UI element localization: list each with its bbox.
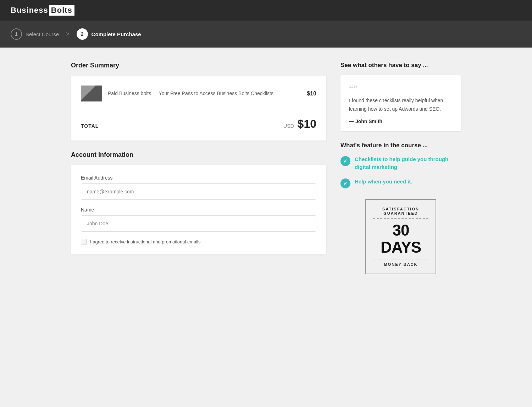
- testimonial-card: “” I found these checklists really helpf…: [340, 75, 461, 131]
- testimonial-author: — John Smith: [349, 119, 453, 124]
- name-form-group: Name: [81, 207, 316, 232]
- step-2: 2 Complete Purchase: [77, 28, 141, 40]
- total-currency: USD: [283, 123, 294, 129]
- testimonial-text: I found these checklists really helpful …: [349, 97, 453, 114]
- item-price: $10: [307, 90, 316, 97]
- logo-business: Business: [11, 6, 48, 15]
- feature-text-1: Checklists to help guide you through dig…: [355, 155, 461, 171]
- thumb-graphic: [81, 86, 102, 101]
- name-input[interactable]: [81, 215, 316, 232]
- checkbox-label: I agree to receive instructional and pro…: [90, 239, 200, 244]
- guarantee-divider-bottom: [373, 259, 428, 259]
- logo-bolts: Bolts: [49, 5, 74, 16]
- testimonial-section: See what others have to say ... “” I fou…: [340, 62, 461, 131]
- feature-item-1: Checklists to help guide you through dig…: [340, 155, 461, 171]
- guarantee-divider-top: [373, 218, 428, 219]
- total-amount: $10: [298, 117, 316, 131]
- left-column: Order Summary Paid Business bolts — Your…: [71, 62, 326, 274]
- feature-item-2: Help when you need it.: [340, 178, 461, 188]
- total-right: USD $10: [283, 117, 316, 131]
- step-1[interactable]: 1 Select Course: [11, 28, 59, 40]
- step-2-circle: 2: [77, 28, 88, 40]
- steps-bar: 1 Select Course > 2 Complete Purchase: [0, 21, 532, 48]
- testimonial-heading: See what others have to say ...: [340, 62, 461, 69]
- account-info-title: Account Information: [71, 151, 326, 159]
- promo-email-checkbox[interactable]: [81, 239, 87, 244]
- step-1-circle: 1: [11, 28, 22, 40]
- guarantee-days: 30 DAYS: [373, 222, 428, 256]
- name-label: Name: [81, 207, 316, 213]
- guarantee-bottom-text: MONEY BACK: [373, 262, 428, 266]
- course-thumbnail: [81, 86, 102, 101]
- email-input[interactable]: [81, 183, 316, 200]
- logo: BusinessBolts: [11, 5, 74, 16]
- main-content: Order Summary Paid Business bolts — Your…: [53, 48, 479, 288]
- header: BusinessBolts: [0, 0, 532, 21]
- step-2-label: Complete Purchase: [92, 31, 141, 37]
- features-section: What's feature in the course ... Checkli…: [340, 142, 461, 188]
- email-form-group: Email Address: [81, 175, 316, 200]
- checkbox-row: I agree to receive instructional and pro…: [81, 239, 316, 244]
- order-item: Paid Business bolts — Your Free Pass to …: [81, 86, 316, 110]
- order-summary-title: Order Summary: [71, 62, 326, 69]
- order-total: TOTAL USD $10: [81, 117, 316, 131]
- feature-text-2: Help when you need it.: [355, 178, 412, 186]
- step-arrow: >: [66, 31, 69, 37]
- email-label: Email Address: [81, 175, 316, 181]
- feature-check-icon-2: [340, 178, 350, 188]
- total-label: TOTAL: [81, 123, 99, 129]
- right-column: See what others have to say ... “” I fou…: [340, 62, 461, 274]
- quote-marks: “”: [349, 84, 453, 94]
- item-description: Paid Business bolts — Your Free Pass to …: [108, 90, 301, 97]
- guarantee-top-text: SATISFACTION GUARANTEED: [373, 207, 428, 215]
- order-summary-card: Paid Business bolts — Your Free Pass to …: [71, 76, 326, 141]
- feature-check-icon-1: [340, 156, 350, 166]
- guarantee-badge: SATISFACTION GUARANTEED 30 DAYS MONEY BA…: [365, 199, 436, 275]
- features-heading: What's feature in the course ...: [340, 142, 461, 149]
- account-info-card: Email Address Name I agree to receive in…: [71, 165, 326, 254]
- step-1-label: Select Course: [26, 31, 59, 37]
